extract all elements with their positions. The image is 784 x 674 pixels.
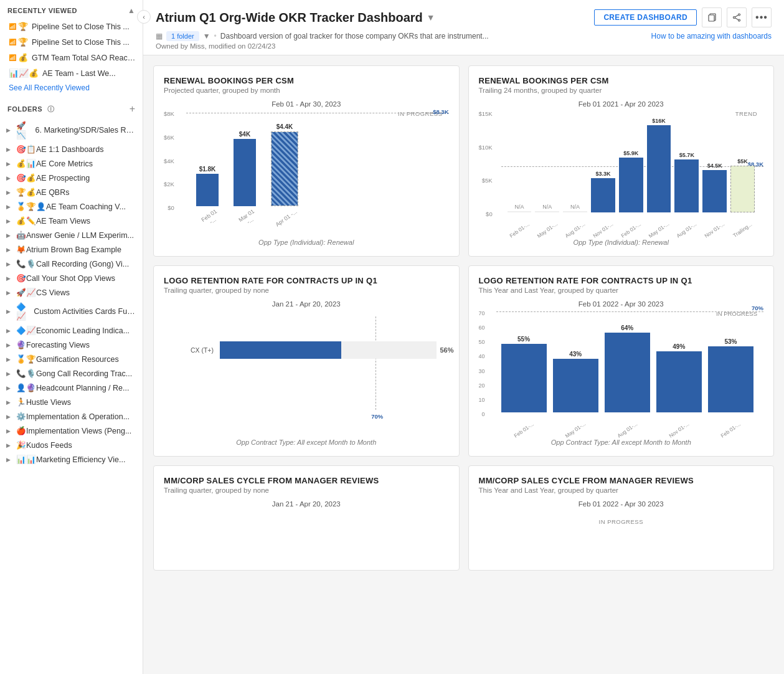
folder-item-ae-team-views[interactable]: ▶ 💰✏️ AE Team Views [0,214,143,228]
logo-bar-55: 55% [501,336,547,412]
copy-icon [707,13,716,22]
folder-item-hustle[interactable]: ▶ 🏃 Hustle Views [0,395,143,409]
ellipsis-icon: ••• [755,12,768,23]
renewal-left-card: RENEWAL BOOKINGS PER CSM Projected quart… [153,65,460,257]
folder-arrow-hustle: ▶ [6,399,14,406]
folder-label-gamification: Gamification Resources [36,355,119,364]
mm-right-chart: IN PROGRESS [479,510,764,560]
folder-label-gong: Gong Call Recording Trac... [36,369,132,378]
folder-arrow-implementation: ▶ [6,414,14,420]
renewal-right-y-axis: $15K $10K $5K $0 [479,110,495,217]
see-all-link[interactable]: See All Recently Viewed [0,81,143,97]
recent-item-3[interactable]: 📶 💰 GTM Team Total SAO Reache... [0,50,143,65]
bar-45k: $4.5K [702,163,727,212]
folder-icon-gamification: 🏅🏆 [16,354,36,364]
logo-left-bar-fill [220,341,341,359]
svg-point-3 [734,17,735,19]
folder-item-ae-core[interactable]: ▶ 💰📊 AE Core Metrics [0,156,143,171]
folder-arrow-answer-genie: ▶ [6,232,14,239]
logo-right-chart: IN PROGRESS 70 60 50 40 30 20 10 0 70 [479,310,764,435]
folder-label-call-shot: Call Your Shot Opp Views [26,274,115,283]
recent-label-4: AE Team - Last We... [42,69,116,78]
dashboard-title-text: Atrium Q1 Org-Wide OKR Tracker Dashboard [156,11,423,25]
folder-icon-marketing: 📊📊 [16,455,36,464]
folder-icon-brown-bag: 🦊 [16,245,26,254]
bar-16k: $16K [647,118,671,212]
dashboard-grid: RENEWAL BOOKINGS PER CSM Projected quart… [143,55,784,674]
folder-item-custom-activities[interactable]: ▶ 🔷📈 Custom Activities Cards Fuck Ar... [0,300,143,323]
folder-icon-custom-activities: 🔷📈 [16,302,34,321]
more-options-button[interactable]: ••• [752,7,772,27]
owned-by: Owned by Miss, modified on 02/24/23 [156,42,772,50]
folder-label-kudos: Kudos Feeds [26,441,72,450]
folder-label-headcount: Headcount Planning / Re... [36,384,129,392]
recently-viewed-toggle[interactable]: ▲ [128,6,135,15]
folder-arrow-brown-bag: ▶ [6,247,14,253]
folder-icon-headcount: 👤🔮 [16,383,36,392]
copy-icon-button[interactable] [702,7,722,27]
logo-bar-49: 49% [656,343,702,412]
item-icon-3: 💰 [18,53,28,62]
folder-label-brown-bag: Atrium Brown Bag Example [26,245,121,254]
folders-add-button[interactable]: + [130,103,135,115]
share-icon-button[interactable] [727,7,747,27]
folder-item-call-recording[interactable]: ▶ 📞🎙️ Call Recording (Gong) Vi... [0,257,143,271]
folder-item-marketing[interactable]: ▶ 📊📊 Marketing Efficiency Vie... [0,452,143,467]
folder-item-economic[interactable]: ▶ 🔷📈 Economic Leading Indica... [0,323,143,338]
folder-label-ae-coaching: AE Team Coaching V... [46,202,126,211]
folder-item-ae-prospecting[interactable]: ▶ 🎯💰 AE Prospecting [0,171,143,185]
recent-item-1[interactable]: 📶 🏆 Pipeline Set to Close This ... [0,19,143,34]
bar-57k: $5.7K [674,152,699,212]
mm-left-title: MM/CORP SALES CYCLE FROM MANAGER REVIEWS [164,476,449,485]
folder-item-call-shot[interactable]: ▶ 🎯 Call Your Shot Opp Views [0,271,143,285]
help-link[interactable]: How to be amazing with dashboards [651,32,772,40]
recent-item-4[interactable]: 📊📈💰 AE Team - Last We... [0,65,143,81]
bar-59k: $5.9K [619,150,643,212]
folder-icon-gong: 📞🎙️ [16,369,36,378]
folder-arrow-gamification: ▶ [6,356,14,363]
folder-label-forecasting: Forecasting Views [26,341,90,349]
wifi-icon-3: 📶 [9,54,16,61]
folder-item-impl-views[interactable]: ▶ 🍎 Implementation Views (Peng... [0,424,143,438]
folder-icon-ae-qbrs: 🏆💰 [16,187,36,197]
folder-item-forecasting[interactable]: ▶ 🔮 Forecasting Views [0,338,143,352]
bar-33k: $3.3K [591,171,615,212]
folder-item-answer-genie[interactable]: ▶ 🤖 Answer Genie / LLM Experim... [0,228,143,242]
logo-left-subtitle: Trailing quarter, grouped by none [164,287,449,294]
recent-item-2[interactable]: 📶 🏆 Pipeline Set to Close This ... [0,34,143,50]
folder-arrow-1: ▶ [6,127,14,133]
folder-item-headcount[interactable]: ▶ 👤🔮 Headcount Planning / Re... [0,381,143,395]
folder-icon-kudos: 🎉 [16,440,26,450]
logo-left-bar-value: 56% [440,346,453,354]
folder-item-cs-views[interactable]: ▶ 🚀📈 CS Views [0,285,143,300]
folder-item-ae-qbrs[interactable]: ▶ 🏆💰 AE QBRs [0,185,143,199]
recently-viewed-header: RECENTLY VIEWED ▲ [0,0,143,19]
dropdown-folder-icon: ▼ [203,32,210,40]
logo-right-subtitle: This Year and Last Year, grouped by quar… [479,287,764,294]
bar-na-2: N/A [535,204,559,212]
folder-item-1[interactable]: ▶ 🚀📉 6. Marketing/SDR/Sales Rep... [0,118,143,142]
item-icon-1: 🏆 [18,22,28,31]
folder-item-kudos[interactable]: ▶ 🎉 Kudos Feeds [0,438,143,452]
folder-label-economic: Economic Leading Indica... [36,326,130,335]
create-dashboard-button[interactable]: CREATE DASHBOARD [594,9,697,26]
bar-3-bg [271,131,298,206]
sidebar-collapse-button[interactable]: ‹ [137,10,151,24]
svg-line-4 [735,15,738,17]
folder-item-ae-coaching[interactable]: ▶ 🏅🏆👤 AE Team Coaching V... [0,199,143,214]
title-dropdown-icon[interactable]: ▼ [427,12,435,22]
folder-item-gamification[interactable]: ▶ 🏅🏆 Gamification Resources [0,352,143,366]
folder-item-2[interactable]: ▶ 🎯📋 AE 1:1 Dashboards [0,142,143,156]
folder-icon-ae-prospecting: 🎯💰 [16,173,36,183]
folder-item-brown-bag[interactable]: ▶ 🦊 Atrium Brown Bag Example [0,242,143,257]
renewal-left-title: RENEWAL BOOKINGS PER CSM [164,76,449,85]
folder-item-gong[interactable]: ▶ 📞🎙️ Gong Call Recording Trac... [0,366,143,381]
folder-badge[interactable]: 1 folder [166,31,199,41]
folder-arrow-ae-prospecting: ▶ [6,175,14,181]
folder-label-custom-activities: Custom Activities Cards Fuck Ar... [34,307,136,316]
folder-item-implementation[interactable]: ▶ ⚙️ Implementation & Operation... [0,409,143,424]
folder-label-impl-views: Implementation Views (Peng... [26,427,131,435]
folder-icon-call-shot: 🎯 [16,273,26,283]
logo-left-date: Jan 21 - Apr 20, 2023 [164,300,449,308]
folder-arrow-custom-activities: ▶ [6,308,14,315]
